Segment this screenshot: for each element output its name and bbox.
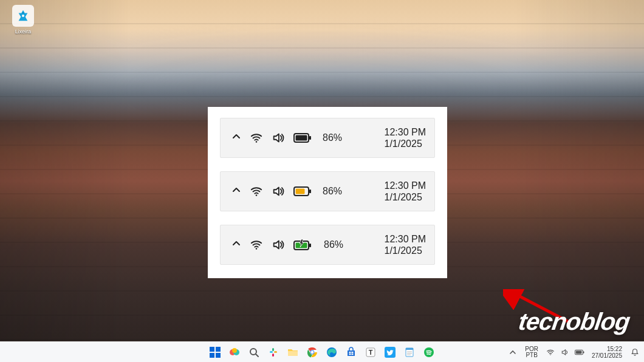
notepad-icon[interactable]: [402, 344, 417, 360]
tray-example-row: 86% 12:30 PM 1/1/2025: [220, 118, 435, 158]
chevron-up-icon[interactable]: [231, 185, 241, 197]
taskbar-system-tray: POR PTB 15:22 27/01/2025: [508, 342, 644, 362]
svg-rect-32: [349, 352, 351, 353]
wifi-icon[interactable]: [250, 131, 263, 145]
language-bottom: PTB: [525, 352, 538, 358]
wifi-icon[interactable]: [250, 238, 263, 251]
tray-clock[interactable]: 12:30 PM 1/1/2025: [385, 180, 426, 203]
tray-time: 12:30 PM: [385, 180, 426, 191]
svg-point-9: [256, 248, 258, 250]
language-top: POR: [525, 346, 538, 352]
battery-charging-icon[interactable]: [293, 239, 313, 251]
volume-icon[interactable]: [272, 131, 285, 145]
twitter-icon[interactable]: [382, 344, 398, 360]
svg-rect-11: [309, 244, 311, 247]
wifi-icon[interactable]: [250, 185, 263, 198]
recycle-bin[interactable]: Lixeira: [6, 5, 40, 35]
svg-rect-7: [309, 190, 311, 193]
volume-icon[interactable]: [272, 185, 285, 198]
copilot-icon[interactable]: [227, 344, 242, 360]
battery-percent: 86%: [324, 239, 343, 250]
svg-rect-26: [272, 353, 274, 357]
chrome-icon[interactable]: [304, 344, 320, 360]
svg-rect-25: [272, 348, 274, 351]
taskbar-clock[interactable]: 15:22 27/01/2025: [589, 344, 625, 360]
wifi-icon[interactable]: [546, 347, 555, 357]
svg-rect-14: [210, 347, 214, 352]
svg-point-5: [256, 194, 258, 196]
svg-point-45: [550, 354, 551, 355]
tray-examples-card: 86% 12:30 PM 1/1/2025 86% 12:30 PM: [208, 107, 447, 278]
svg-rect-40: [406, 348, 413, 350]
language-indicator[interactable]: POR PTB: [522, 345, 541, 360]
slack-icon[interactable]: [265, 344, 281, 360]
battery-icon[interactable]: [293, 132, 312, 143]
svg-rect-3: [309, 136, 311, 140]
edge-icon[interactable]: [324, 344, 340, 360]
svg-rect-34: [349, 353, 351, 355]
volume-icon[interactable]: [560, 347, 570, 357]
taskbar-time: 15:22: [592, 346, 622, 352]
tray-example-row: 86% 12:30 PM 1/1/2025: [220, 225, 435, 265]
battery-icon[interactable]: [575, 347, 584, 357]
file-explorer-icon[interactable]: [285, 344, 301, 360]
store-icon[interactable]: [343, 344, 359, 360]
svg-rect-17: [216, 353, 221, 358]
battery-percent: 86%: [323, 186, 342, 197]
chevron-up-icon[interactable]: [508, 347, 518, 357]
svg-point-30: [311, 350, 314, 353]
svg-rect-23: [270, 351, 273, 353]
svg-rect-24: [274, 351, 277, 353]
tray-time: 12:30 PM: [385, 126, 426, 138]
svg-rect-47: [583, 351, 584, 353]
battery-percent: 86%: [323, 132, 342, 143]
search-icon[interactable]: [246, 344, 262, 360]
taskbar: T POR PTB: [0, 341, 644, 362]
taskbar-center-apps: T: [207, 342, 437, 362]
tray-time: 12:30 PM: [385, 233, 426, 245]
taskbar-date: 27/01/2025: [592, 352, 622, 359]
svg-point-20: [232, 348, 237, 353]
svg-rect-48: [576, 350, 582, 353]
svg-rect-4: [296, 135, 307, 141]
spotify-icon[interactable]: [421, 344, 437, 360]
svg-rect-27: [288, 351, 298, 356]
svg-text:T: T: [369, 349, 373, 356]
notifications-icon[interactable]: [629, 347, 640, 358]
svg-line-22: [256, 354, 258, 357]
volume-icon[interactable]: [272, 238, 285, 251]
svg-rect-16: [210, 353, 214, 358]
text-app-icon[interactable]: T: [363, 344, 379, 360]
start-button[interactable]: [207, 344, 223, 360]
recycle-bin-icon: [12, 5, 34, 27]
recycle-bin-label: Lixeira: [6, 29, 40, 35]
battery-icon[interactable]: [293, 186, 312, 197]
tray-date: 1/1/2025: [385, 191, 426, 203]
svg-rect-33: [352, 352, 354, 353]
desktop: Lixeira 86% 12:30 PM 1/1/2025: [0, 0, 644, 362]
svg-rect-15: [216, 347, 221, 352]
chevron-up-icon[interactable]: [231, 132, 241, 144]
tray-clock[interactable]: 12:30 PM 1/1/2025: [385, 126, 426, 149]
tray-example-row: 86% 12:30 PM 1/1/2025: [220, 171, 435, 211]
tray-date: 1/1/2025: [385, 245, 426, 256]
tray-clock[interactable]: 12:30 PM 1/1/2025: [385, 233, 426, 256]
tray-date: 1/1/2025: [385, 138, 426, 149]
svg-rect-35: [352, 353, 354, 355]
svg-rect-8: [296, 189, 305, 194]
chevron-up-icon[interactable]: [231, 239, 241, 251]
svg-point-1: [256, 141, 258, 143]
